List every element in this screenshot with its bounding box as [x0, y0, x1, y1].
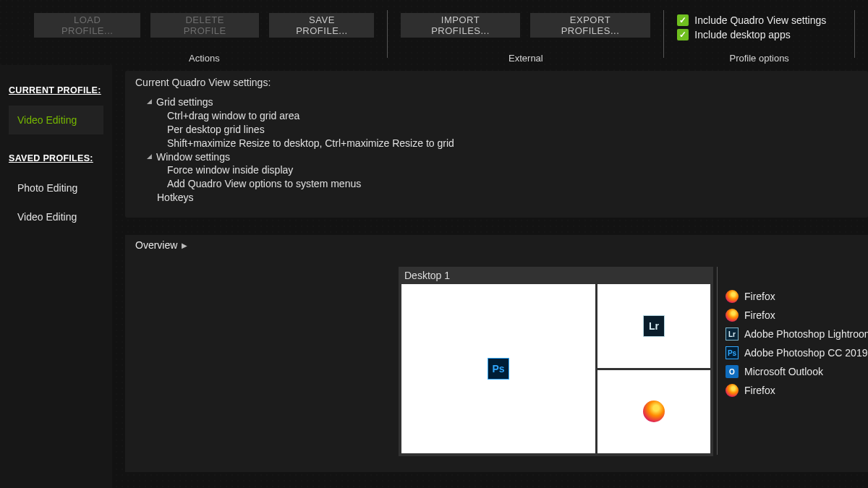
vertical-divider: [717, 267, 718, 455]
include-view-checkbox-row[interactable]: Include Quadro View settings: [677, 14, 826, 26]
applications-heading: Applications: [726, 267, 868, 281]
desktop-tile-left[interactable]: Ps: [401, 284, 595, 453]
application-name: Firefox: [744, 385, 775, 396]
sidebar-item-saved[interactable]: Video Editing: [9, 202, 103, 231]
application-name: Microsoft Outlook: [744, 366, 823, 377]
toolbar-divider: [854, 10, 855, 58]
export-profiles-button[interactable]: EXPORT PROFILES...: [530, 13, 651, 38]
settings-panel: Current Quadro View settings: ◢ Grid set…: [125, 71, 868, 218]
delete-profile-button[interactable]: DELETE PROFILE: [150, 13, 259, 38]
application-name: Firefox: [744, 291, 775, 302]
checkbox-checked-icon: [677, 29, 689, 40]
tree-node-hotkeys[interactable]: Hotkeys: [147, 191, 855, 205]
tree-node-grid[interactable]: ◢ Grid settings: [147, 95, 855, 109]
applications-column: Applications FirefoxFirefoxLrAdobe Photo…: [726, 267, 868, 400]
application-row[interactable]: PsAdobe Photoshop CC 2019: [726, 343, 868, 362]
include-view-label: Include Quadro View settings: [694, 14, 826, 26]
import-profiles-button[interactable]: IMPORT PROFILES...: [401, 13, 519, 38]
application-row[interactable]: Firefox: [726, 287, 868, 306]
include-desktop-checkbox-row[interactable]: Include desktop apps: [677, 29, 826, 40]
actions-caption: Actions: [189, 53, 220, 64]
tree-leaf: Per desktop grid lines: [147, 123, 855, 137]
saved-profiles-heading: SAVED PROFILES:: [9, 153, 103, 163]
application-row[interactable]: Firefox: [726, 381, 868, 400]
lightroom-icon: Lr: [726, 328, 739, 341]
application-row[interactable]: Firefox: [726, 306, 868, 325]
tree-leaf: Force window inside display: [147, 163, 855, 177]
include-desktop-label: Include desktop apps: [694, 29, 790, 40]
desktop-tile-top-right[interactable]: Lr: [597, 284, 710, 368]
application-name: Firefox: [744, 309, 775, 321]
toolbar-divider: [663, 10, 664, 58]
desktop-tile-bottom-right[interactable]: [597, 370, 710, 454]
firefox-icon: [726, 384, 739, 397]
caret-down-icon: ◢: [147, 152, 152, 160]
checkbox-checked-icon: [677, 14, 689, 26]
actions-group: LOAD PROFILE... DELETE PROFILE SAVE PROF…: [34, 13, 374, 64]
settings-title: Current Quadro View settings:: [125, 71, 868, 93]
overview-label: Overview: [135, 239, 177, 251]
window-settings-label: Window settings: [156, 150, 230, 164]
options-group: Include Quadro View settings Include des…: [677, 13, 841, 64]
application-row[interactable]: OMicrosoft Outlook: [726, 362, 868, 381]
external-caption: External: [509, 53, 543, 64]
overview-panel: Desktop 1 Ps Lr: [125, 255, 868, 472]
application-row[interactable]: LrAdobe Photoshop Lightroom: [726, 325, 868, 343]
tree-node-window[interactable]: ◢ Window settings: [147, 150, 855, 164]
caret-down-icon: ◢: [147, 97, 152, 106]
firefox-icon: [726, 290, 739, 303]
load-profile-button[interactable]: LOAD PROFILE...: [34, 13, 140, 38]
toolbar-divider: [387, 10, 388, 58]
lightroom-icon: Lr: [643, 315, 665, 337]
desktop-preview: Desktop 1 Ps Lr: [399, 267, 713, 456]
external-group: IMPORT PROFILES... EXPORT PROFILES... Ex…: [401, 13, 650, 64]
tree-leaf: Shift+maximize Resize to desktop, Ctrl+m…: [147, 137, 855, 150]
overview-header[interactable]: Overview ▶: [125, 235, 868, 255]
photoshop-icon: Ps: [726, 346, 739, 359]
application-name: Adobe Photoshop CC 2019: [744, 347, 867, 359]
application-name: Adobe Photoshop Lightroom: [744, 328, 868, 340]
save-profile-button[interactable]: SAVE PROFILE...: [269, 13, 374, 38]
firefox-icon: [726, 309, 739, 322]
tree-leaf: Add Quadro View options to system menus: [147, 177, 855, 191]
desktop-title: Desktop 1: [401, 270, 710, 284]
grid-settings-label: Grid settings: [156, 95, 213, 109]
tree-leaf: Ctrl+drag window to grid area: [147, 109, 855, 123]
firefox-icon: [643, 401, 665, 422]
outlook-icon: O: [726, 365, 739, 378]
chevron-right-icon: ▶: [182, 241, 187, 249]
sidebar-item-current[interactable]: Video Editing: [9, 106, 103, 134]
current-profile-heading: CURRENT PROFILE:: [9, 85, 103, 95]
sidebar: CURRENT PROFILE: Video Editing SAVED PRO…: [0, 65, 112, 488]
photoshop-icon: Ps: [488, 358, 509, 380]
options-caption: Profile options: [729, 53, 788, 64]
sidebar-item-saved[interactable]: Photo Editing: [9, 174, 103, 202]
